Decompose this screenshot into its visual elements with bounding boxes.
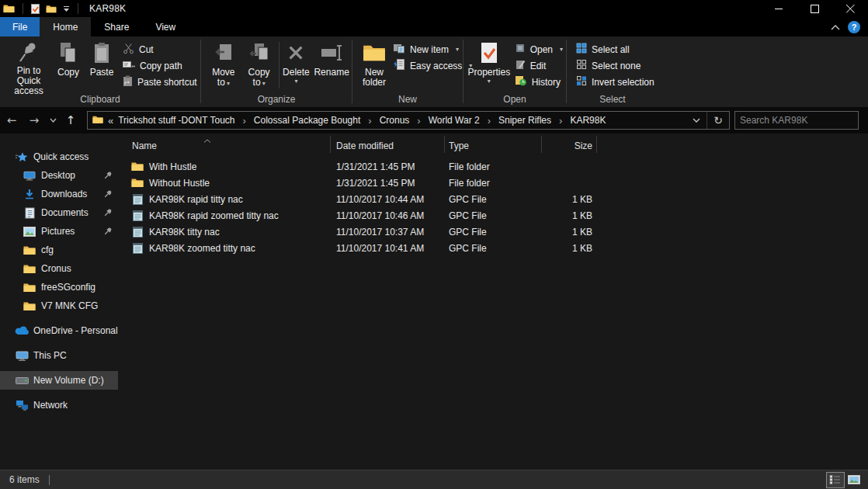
up-button[interactable]: ↑ (61, 110, 81, 130)
pin-to-quick-access-button[interactable]: Pin to Quick access (5, 39, 53, 92)
rename-button[interactable]: Rename (311, 39, 352, 92)
button-label: New folder (359, 68, 390, 88)
sidebar-item-v7-mnk-cfg[interactable]: V7 MNK CFG (0, 297, 118, 315)
address-dropdown-icon[interactable] (686, 112, 707, 129)
qat-customize-button[interactable] (60, 0, 73, 17)
breadcrumb-segment[interactable]: Sniper Rifles (497, 115, 553, 126)
easy-access-button[interactable]: Easy access ▾ (390, 57, 475, 74)
recent-locations-icon[interactable] (45, 110, 61, 130)
column-header-name[interactable]: Name (118, 140, 330, 151)
sidebar-item-cfg[interactable]: cfg (0, 241, 118, 259)
search-box (734, 111, 859, 130)
sidebar-item-pictures[interactable]: Pictures (0, 222, 118, 241)
file-row[interactable]: With Hustle 1/31/2021 1:45 PM File folde… (118, 158, 868, 175)
file-type: GPC File (444, 243, 541, 254)
file-row[interactable]: KAR98K titty nac 11/10/2017 10:37 AM GPC… (118, 224, 868, 240)
new-folder-button[interactable]: New folder (359, 39, 390, 92)
paste-button[interactable]: Paste (84, 39, 120, 92)
file-type: GPC File (444, 210, 541, 221)
titlebar-separator (78, 3, 78, 14)
breadcrumb-collapse-icon[interactable]: « (108, 115, 113, 127)
column-header-type[interactable]: Type (444, 140, 541, 151)
sidebar-item-onedrive[interactable]: OneDrive - Personal (0, 321, 118, 340)
tab-home[interactable]: Home (40, 17, 91, 36)
refresh-icon[interactable]: ↻ (707, 112, 729, 129)
history-button[interactable]: History (512, 74, 566, 90)
pin-icon (104, 227, 113, 238)
file-row[interactable]: KAR98K zoomed titty nac 11/10/2017 10:41… (118, 240, 868, 256)
file-list-pane: Name Date modified Type Size With Hustle… (118, 134, 868, 470)
sidebar-item-network[interactable]: Network (0, 396, 118, 414)
file-row[interactable]: KAR98K rapid zoomed titty nac 11/10/2017… (118, 207, 868, 224)
move-to-button[interactable]: Move to▾ (206, 39, 241, 92)
column-divider[interactable] (541, 136, 542, 153)
new-item-button[interactable]: New item ▾ (390, 41, 475, 57)
file-name: With Hustle (149, 161, 196, 172)
sidebar-item-this-pc[interactable]: This PC (0, 346, 118, 365)
file-row[interactable]: Without Hustle 1/31/2021 1:45 PM File fo… (118, 175, 868, 191)
open-button[interactable]: Open ▾ (512, 41, 566, 57)
invert-selection-button[interactable]: Invert selection (573, 74, 658, 90)
collapse-ribbon-icon[interactable] (831, 22, 840, 33)
help-icon[interactable]: ? (848, 21, 860, 33)
paste-shortcut-button[interactable]: Paste shortcut (120, 74, 200, 90)
qat-properties-button[interactable] (28, 0, 43, 17)
properties-button[interactable]: Properties ▾ (467, 39, 512, 92)
minimize-button[interactable] (761, 0, 797, 17)
tab-file[interactable]: File (0, 17, 40, 36)
copy-to-button[interactable]: Copy to▾ (241, 39, 277, 92)
details-view-button[interactable] (826, 472, 845, 488)
sidebar-item-label: freeSGconfig (41, 282, 95, 293)
sidebar-item-desktop[interactable]: Desktop (0, 166, 118, 185)
copy-path-button[interactable]: Copy path (120, 57, 200, 74)
address-bar[interactable]: « Trickshot stuff -DONT Touch › Colossal… (87, 111, 730, 130)
search-icon[interactable] (865, 116, 868, 126)
breadcrumb-separator-icon[interactable]: › (368, 115, 371, 127)
delete-button[interactable]: Delete ▾ (281, 39, 312, 92)
breadcrumb-segment[interactable]: Colossal Package Bought (252, 115, 362, 126)
back-button[interactable]: ← (0, 110, 23, 130)
column-divider[interactable] (596, 136, 597, 153)
copy-button[interactable]: Copy (53, 39, 84, 92)
sidebar-item-downloads[interactable]: Downloads (0, 185, 118, 203)
column-divider[interactable] (330, 136, 331, 153)
sort-ascending-icon[interactable] (203, 134, 211, 145)
select-all-button[interactable]: Select all (573, 41, 658, 57)
maximize-button[interactable] (797, 0, 832, 17)
breadcrumb-separator-icon[interactable]: › (488, 115, 491, 127)
breadcrumb-separator-icon[interactable]: › (559, 115, 562, 127)
drive-icon (15, 377, 29, 384)
breadcrumb-segment[interactable]: KAR98K (568, 115, 607, 126)
paste-icon (93, 40, 110, 65)
column-header-date-modified[interactable]: Date modified (330, 140, 444, 151)
sidebar-item-quick-access[interactable]: Quick access (0, 147, 118, 166)
sidebar-item-new-volume-d[interactable]: New Volume (D:) (0, 371, 118, 390)
sidebar-item-freesgconfig[interactable]: freeSGconfig (0, 278, 118, 297)
sidebar-item-cronus[interactable]: Cronus (0, 259, 118, 278)
large-icons-view-button[interactable] (845, 472, 863, 488)
tab-view[interactable]: View (142, 17, 189, 36)
qat-new-folder-button[interactable] (43, 0, 60, 17)
select-none-button[interactable]: Select none (573, 57, 658, 74)
search-input[interactable] (735, 115, 865, 126)
column-divider[interactable] (444, 136, 445, 153)
tab-share[interactable]: Share (91, 17, 142, 36)
breadcrumb-segment[interactable]: Trickshot stuff -DONT Touch (116, 115, 236, 126)
close-button[interactable] (832, 0, 868, 17)
pin-icon (104, 208, 113, 219)
select-none-icon (576, 59, 587, 72)
column-header-size[interactable]: Size (541, 140, 596, 151)
file-size: 1 KB (541, 243, 596, 254)
breadcrumb-separator-icon[interactable]: › (243, 115, 246, 127)
select-all-icon (576, 43, 587, 56)
file-row[interactable]: KAR98K rapid titty nac 11/10/2017 10:44 … (118, 191, 868, 207)
pin-icon (104, 171, 113, 182)
edit-button[interactable]: Edit (512, 57, 566, 74)
breadcrumb-segment[interactable]: Cronus (378, 115, 411, 126)
breadcrumb-segment[interactable]: World War 2 (427, 115, 481, 126)
forward-button[interactable]: → (23, 110, 45, 130)
sidebar-item-documents[interactable]: Documents (0, 203, 118, 222)
cut-button[interactable]: Cut (120, 41, 200, 57)
breadcrumb-separator-icon[interactable]: › (417, 115, 420, 127)
sidebar-item-label: OneDrive - Personal (33, 325, 118, 336)
